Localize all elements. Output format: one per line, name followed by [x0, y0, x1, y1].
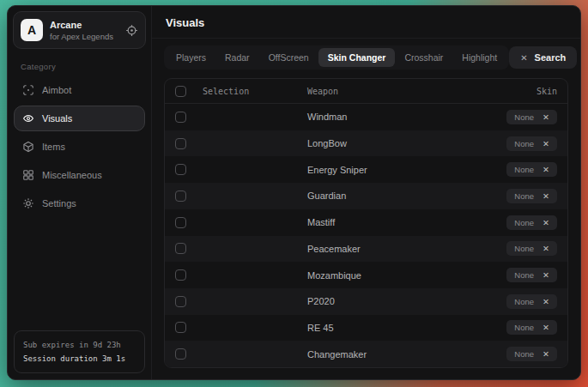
- search-button-label: Search: [535, 52, 567, 63]
- tab-radar[interactable]: Radar: [215, 48, 259, 67]
- sub-expires-text: Sub expires in 9d 23h: [23, 338, 136, 352]
- skin-badge[interactable]: None✕: [506, 347, 557, 361]
- row-checkbox[interactable]: [175, 217, 186, 228]
- skin-value: None: [514, 270, 534, 280]
- skin-value: None: [514, 244, 534, 253]
- clear-skin-icon[interactable]: ✕: [543, 139, 549, 148]
- skin-value: None: [514, 297, 534, 306]
- miscellaneous-grid-icon: [22, 169, 34, 181]
- row-checkbox[interactable]: [175, 269, 186, 281]
- skin-badge[interactable]: None✕: [506, 215, 557, 230]
- table-row: GuardianNone✕: [165, 183, 567, 209]
- main-header: Visuals: [152, 6, 580, 39]
- category-label: Category: [21, 62, 138, 71]
- row-checkbox[interactable]: [175, 138, 186, 149]
- brand-card: A Arcane for Apex Legends: [13, 11, 146, 49]
- tab-players[interactable]: Players: [167, 48, 215, 67]
- aimbot-crosshair-icon: [22, 84, 34, 96]
- skin-badge[interactable]: None✕: [506, 110, 557, 124]
- search-button[interactable]: ✕ Search: [509, 46, 577, 69]
- clear-skin-icon[interactable]: ✕: [543, 270, 549, 280]
- table-row: MastiffNone✕: [165, 209, 567, 236]
- skin-value: None: [514, 349, 534, 359]
- row-checkbox[interactable]: [175, 190, 186, 202]
- sidebar-item-visuals[interactable]: Visuals: [14, 106, 145, 131]
- clear-skin-icon[interactable]: ✕: [543, 244, 549, 253]
- row-checkbox[interactable]: [175, 296, 186, 307]
- table-row: P2020None✕: [165, 288, 567, 315]
- clear-skin-icon[interactable]: ✕: [543, 112, 549, 122]
- select-all-checkbox[interactable]: [175, 86, 186, 97]
- weapon-name: Mastiff: [307, 217, 461, 227]
- table-header-row: Selection Weapon Skin: [165, 79, 567, 104]
- visuals-eye-icon: [22, 112, 34, 124]
- toolbar: PlayersRadarOffScreenSkin ChangerCrossha…: [152, 39, 580, 75]
- weapon-name: Windman: [307, 112, 461, 122]
- clear-skin-icon[interactable]: ✕: [543, 165, 549, 174]
- tab-highlight[interactable]: Highlight: [452, 48, 506, 67]
- skin-value: None: [514, 218, 534, 227]
- skin-badge[interactable]: None✕: [506, 241, 557, 256]
- clear-skin-icon[interactable]: ✕: [543, 297, 549, 306]
- skin-badge[interactable]: None✕: [506, 320, 557, 335]
- skin-badge[interactable]: None✕: [506, 268, 557, 282]
- skin-value: None: [514, 191, 534, 201]
- subscription-info-box: Sub expires in 9d 23h Session duration 3…: [14, 330, 145, 373]
- clear-skin-icon[interactable]: ✕: [543, 349, 549, 359]
- skin-badge[interactable]: None✕: [506, 162, 557, 177]
- search-icon: ✕: [520, 53, 527, 63]
- skin-badge[interactable]: None✕: [506, 294, 557, 309]
- weapon-name: Guardian: [307, 190, 461, 201]
- table-row: PeacemakerNone✕: [165, 236, 567, 263]
- skin-value: None: [514, 139, 534, 148]
- main-panel: Visuals PlayersRadarOffScreenSkin Change…: [152, 6, 580, 379]
- sidebar-item-label: Items: [42, 142, 65, 152]
- page-title: Visuals: [166, 16, 567, 29]
- sidebar-item-aimbot[interactable]: Aimbot: [14, 77, 145, 103]
- app-subtitle: for Apex Legends: [50, 32, 113, 41]
- table-row: WindmanNone✕: [165, 104, 567, 130]
- weapon-name: Peacemaker: [307, 244, 461, 254]
- sidebar-item-label: Miscellaneous: [42, 170, 102, 180]
- skin-value: None: [514, 165, 534, 174]
- skin-badge[interactable]: None✕: [506, 189, 557, 203]
- target-icon[interactable]: [125, 24, 138, 37]
- row-checkbox[interactable]: [175, 243, 186, 254]
- sidebar-item-label: Visuals: [42, 113, 72, 124]
- sidebar: A Arcane for Apex Legends Category Aimbo…: [8, 6, 152, 379]
- sidebar-item-items[interactable]: Items: [14, 134, 145, 160]
- clear-skin-icon[interactable]: ✕: [543, 323, 549, 332]
- row-checkbox[interactable]: [175, 112, 186, 123]
- table-row: Energy SniperNone✕: [165, 156, 567, 183]
- weapon-name: P2020: [307, 296, 461, 306]
- skin-value: None: [514, 112, 534, 122]
- tab-skin-changer[interactable]: Skin Changer: [318, 48, 396, 67]
- sidebar-item-settings[interactable]: Settings: [14, 190, 145, 216]
- weapon-name: Changemaker: [307, 349, 461, 360]
- row-checkbox[interactable]: [175, 348, 186, 360]
- items-box-icon: [22, 141, 34, 153]
- tab-bar: PlayersRadarOffScreenSkin ChangerCrossha…: [164, 45, 509, 70]
- app-window: A Arcane for Apex Legends Category Aimbo…: [7, 5, 581, 380]
- weapon-name: LongBow: [307, 138, 461, 148]
- sidebar-item-miscellaneous[interactable]: Miscellaneous: [14, 162, 145, 188]
- weapon-name: RE 45: [307, 323, 461, 333]
- table-row: ChangemakerNone✕: [165, 341, 567, 367]
- clear-skin-icon[interactable]: ✕: [543, 218, 549, 227]
- skin-value: None: [514, 323, 534, 332]
- app-name: Arcane: [50, 20, 113, 30]
- column-header-selection: Selection: [203, 87, 307, 96]
- column-header-skin: Skin: [536, 87, 557, 96]
- sidebar-item-label: Settings: [42, 198, 76, 209]
- sidebar-item-label: Aimbot: [42, 85, 71, 95]
- tab-crosshair[interactable]: Crosshair: [395, 48, 452, 67]
- tab-offscreen[interactable]: OffScreen: [259, 48, 318, 67]
- column-header-weapon: Weapon: [307, 87, 461, 96]
- clear-skin-icon[interactable]: ✕: [543, 191, 549, 201]
- table-body: WindmanNone✕LongBowNone✕Energy SniperNon…: [165, 104, 567, 367]
- row-checkbox[interactable]: [175, 322, 186, 333]
- sidebar-nav: AimbotVisualsItemsMiscellaneousSettings: [13, 77, 146, 216]
- row-checkbox[interactable]: [175, 164, 186, 175]
- skin-badge[interactable]: None✕: [506, 136, 557, 151]
- table-row: MozambiqueNone✕: [165, 262, 567, 288]
